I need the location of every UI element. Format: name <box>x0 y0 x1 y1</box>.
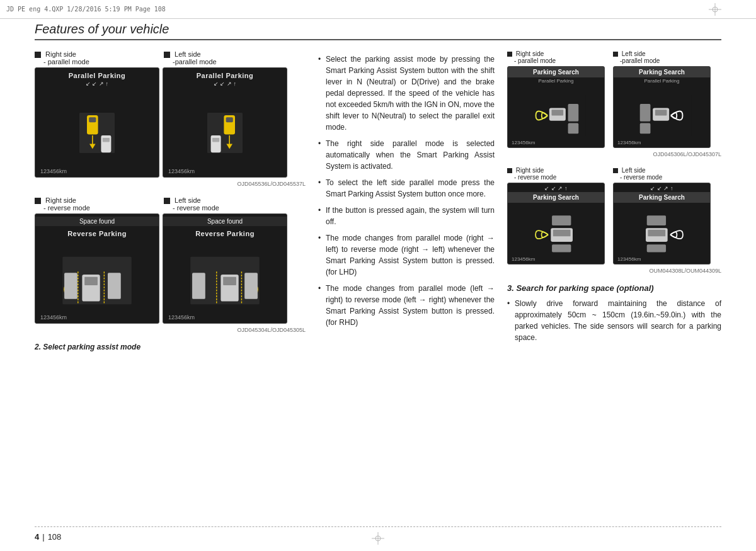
space-found-right: Space found <box>163 217 287 226</box>
id-label-r2: OUM044308L/OUM044309L <box>507 268 721 274</box>
screen-title-reverse-right: Reverse Parking <box>195 230 255 237</box>
svg-rect-42 <box>655 110 667 115</box>
instruction-6: The mode changes from parallel mode (lef… <box>318 283 495 328</box>
page-number: 108 <box>48 532 62 542</box>
section3-area: 3. Search for parking space (optional) S… <box>507 283 721 343</box>
svg-rect-39 <box>568 123 578 134</box>
instruction-1: Select the parking assist mode by pressi… <box>318 54 495 133</box>
left-reverse-label: Left side - reverse mode <box>613 167 711 181</box>
svg-rect-38 <box>568 104 578 122</box>
parallel-screens-row: Parallel Parking ↙ ↙ ↗ ↑ <box>35 67 306 178</box>
bullet-r3 <box>507 168 512 173</box>
bullet-icon3 <box>35 198 41 204</box>
screen-title-reverse-left: Reverse Parking <box>67 230 127 237</box>
parallel-mode-group: Right side - parallel mode Left side -pa… <box>35 50 306 187</box>
svg-rect-47 <box>553 230 570 236</box>
km-left: 123456km <box>40 168 67 174</box>
car-area-reverse-right: R <box>163 237 287 323</box>
bullet-icon2 <box>164 52 170 58</box>
parking-search-sub-1: Parallel Parking <box>538 78 573 84</box>
svg-rect-34 <box>244 273 258 299</box>
middle-panel: Select the parking assist mode by pressi… <box>318 50 495 520</box>
svg-rect-43 <box>639 104 650 122</box>
right-parallel-group: Right side - parallel mode Left side -pa… <box>507 50 721 157</box>
main-content: Right side - parallel mode Left side -pa… <box>35 50 721 520</box>
parking-search-screen-1: Parking Search Parallel Parking <box>507 66 605 148</box>
right-reverse-screen: Space found Reverse Parking R <box>35 213 159 324</box>
car-parking-area-3 <box>508 203 604 264</box>
right-parallel-label-row: Right side - parallel mode Left side -pa… <box>507 50 721 64</box>
bullet-r4 <box>613 168 618 173</box>
svg-rect-12 <box>226 117 233 122</box>
svg-rect-23 <box>84 277 98 285</box>
left-panel: Right side - parallel mode Left side -pa… <box>35 50 306 520</box>
svg-rect-9 <box>103 138 110 142</box>
parking-search-header-1: Parking Search <box>508 67 604 77</box>
parking-search-screen-2: Parking Search Parallel Parking <box>613 66 711 148</box>
bullet-icon <box>35 52 41 58</box>
parking-search-screen-3: ↙ ↙ ↗ ↑ Parking Search <box>507 183 605 264</box>
parking-search-car-1 <box>522 95 591 136</box>
reverse-car-right: R <box>184 254 266 307</box>
right-parallel-screens: Parking Search Parallel Parking <box>507 66 721 148</box>
right-side-label-sm: Right side - parallel mode <box>507 50 605 64</box>
id-label-group2: OJD045304L/OJD045305L <box>35 327 306 333</box>
bullet-icon4 <box>164 198 170 204</box>
left-side-label-sm: Left side -parallel mode <box>613 50 711 64</box>
section3-heading: 3. Search for parking space (optional) <box>507 283 721 293</box>
parking-search-sub-2: Parallel Parking <box>644 78 679 84</box>
km-r3: 123456km <box>512 256 535 262</box>
km-r2: 123456km <box>617 140 641 145</box>
svg-rect-53 <box>646 215 665 225</box>
instruction-3: To select the left side parallel mode pr… <box>318 177 495 200</box>
right-reverse-label-row: Right side - reverse mode Left side - re… <box>507 167 721 181</box>
right-side-parallel-label: Right side - parallel mode <box>35 50 161 65</box>
right-side-reverse-label: Right side - reverse mode <box>35 196 161 212</box>
top-header: JD PE eng 4.QXP 1/28/2016 5:19 PM Page 1… <box>0 0 756 19</box>
page-prefix: 4 <box>35 532 39 542</box>
right-reverse-group: Right side - reverse mode Left side - re… <box>507 167 721 274</box>
bullet-r1 <box>507 52 512 57</box>
km-r4: 123456km <box>617 256 641 262</box>
right-parallel-screen: Parallel Parking ↙ ↙ ↗ ↑ <box>35 67 159 178</box>
crosshair-bottom-icon <box>372 532 384 545</box>
icons-reverse-1: ↙ ↙ ↗ ↑ <box>544 183 567 192</box>
reverse-screens-row: Space found Reverse Parking R <box>35 213 306 324</box>
parallel-label-row: Right side - parallel mode Left side -pa… <box>35 50 306 65</box>
screen-title-left-parallel: Parallel Parking <box>197 72 254 79</box>
parking-search-reverse-2 <box>621 213 703 254</box>
left-reverse-screen: Space found Reverse Parking R <box>163 213 287 324</box>
right-reverse-screens: ↙ ↙ ↗ ↑ Parking Search <box>507 183 721 264</box>
file-info: JD PE eng 4.QXP 1/28/2016 5:19 PM Page 1… <box>6 6 166 13</box>
car-illustration-left <box>72 108 122 158</box>
reverse-label-row: Right side - reverse mode Left side - re… <box>35 196 306 212</box>
car-area-right-parallel <box>163 88 287 177</box>
car-parking-area-4 <box>614 203 710 264</box>
car-area-reverse-left: R <box>35 237 159 323</box>
svg-rect-25 <box>108 273 121 299</box>
left-side-reverse-label: Left side - reverse mode <box>164 196 290 212</box>
right-reverse-label: Right side - reverse mode <box>507 167 605 181</box>
car-parking-area-1 <box>508 84 604 147</box>
page-title-section: Features of your vehicle <box>35 22 721 47</box>
svg-rect-54 <box>646 244 665 252</box>
parking-search-screen-4: ↙ ↙ ↗ ↑ Parking Search <box>613 183 711 264</box>
instruction-2: The right side parallel mode is selected… <box>318 138 495 172</box>
icons-row-right: ↙ ↙ ↗ ↑ <box>214 81 236 87</box>
car-area-left-parallel <box>35 88 159 177</box>
car-illustration-right <box>200 108 250 158</box>
section3-list: Slowly drive forward maintaining the dis… <box>507 298 721 343</box>
svg-rect-49 <box>552 244 571 252</box>
parking-search-header-4: Parking Search <box>614 192 710 203</box>
svg-rect-24 <box>64 273 77 299</box>
parking-search-reverse-1 <box>515 213 597 254</box>
id-label-group1: OJD045536L/OJD045537L <box>35 181 306 187</box>
right-panel: Right side - parallel mode Left side -pa… <box>507 50 721 520</box>
svg-rect-52 <box>648 230 665 236</box>
left-parallel-screen: Parallel Parking ↙ ↙ ↗ ↑ <box>163 67 287 178</box>
caption-2: 2. Select parking assist mode <box>35 343 306 351</box>
crosshair-top-icon <box>709 3 721 16</box>
icons-reverse-2: ↙ ↙ ↗ ↑ <box>650 183 673 192</box>
page-divider: | <box>42 532 44 542</box>
svg-rect-37 <box>551 110 563 115</box>
